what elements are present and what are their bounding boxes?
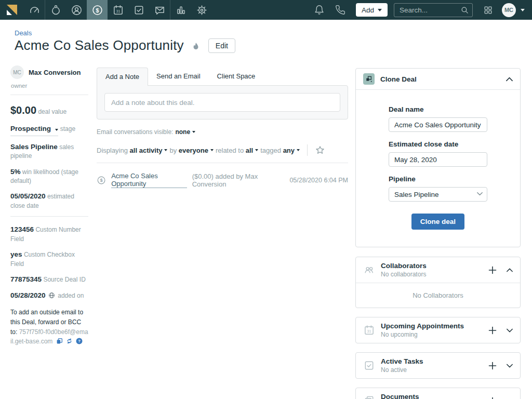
- user-avatar-initials: MC: [504, 7, 513, 13]
- activity-feed-item: $ Acme Co Sales Opportunity ($0.00) adde…: [97, 172, 348, 188]
- user-menu-caret-icon[interactable]: [521, 9, 525, 11]
- chevron-up-icon: [507, 268, 513, 272]
- email-visibility-dropdown[interactable]: none: [175, 128, 195, 136]
- sell-logo[interactable]: [0, 0, 24, 20]
- dashboard-icon: [29, 4, 41, 16]
- phone-button[interactable]: [330, 0, 351, 20]
- filter-activity-dropdown[interactable]: all activity: [130, 147, 163, 154]
- add-appointment-button[interactable]: [488, 326, 497, 335]
- deal-page: $ 31: [0, 0, 532, 399]
- nav-leads[interactable]: [45, 0, 66, 20]
- deal-dollar-icon: $: [97, 175, 106, 185]
- plus-icon: [488, 326, 497, 335]
- tab-send-an-email[interactable]: Send an Email: [148, 68, 209, 85]
- deal-name-field[interactable]: [389, 117, 487, 132]
- clone-deal-form: Deal name Estimated close date Pipeline …: [356, 90, 520, 230]
- bell-icon: [314, 5, 325, 16]
- stage-value: Prospecting: [10, 125, 51, 132]
- note-input[interactable]: [104, 93, 340, 112]
- field-win-likelihood: 5% win likelihood (stage default): [10, 167, 88, 186]
- breadcrumb-deals-link[interactable]: Deals: [15, 29, 32, 37]
- clone-deal-widget: Clone Deal Deal name Estimated close dat…: [355, 68, 521, 247]
- stage-dropdown[interactable]: Prospecting: [10, 124, 58, 136]
- appointments-expand-button[interactable]: [507, 328, 513, 332]
- apps-grid-icon: [483, 5, 493, 15]
- nav-icon-group: $ 31: [0, 0, 212, 20]
- plus-icon: [488, 362, 497, 370]
- owner-avatar[interactable]: MC: [10, 65, 24, 79]
- filter-everyone-dropdown[interactable]: everyone: [179, 147, 208, 154]
- custom-number-value: 123456: [10, 225, 34, 233]
- owner-avatar-initials: MC: [13, 70, 21, 75]
- collaborators-collapse-button[interactable]: [507, 268, 513, 272]
- edit-button[interactable]: Edit: [208, 38, 235, 53]
- deal-value: $0.00: [10, 104, 36, 116]
- close-date-field[interactable]: [389, 152, 487, 167]
- sidebar-divider: [10, 216, 88, 217]
- activity-deal-link[interactable]: Acme Co Sales Opportunity: [111, 172, 187, 188]
- filter-tagged-dropdown[interactable]: any: [283, 147, 295, 154]
- clone-deal-app-icon: [363, 73, 375, 85]
- collaborators-title: Collaborators: [381, 262, 427, 270]
- documents-widget: Documents No documents: [355, 388, 521, 399]
- tasks-header: Active Tasks No active: [356, 353, 520, 378]
- nav-tasks[interactable]: [128, 0, 149, 20]
- copy-icon[interactable]: [56, 338, 63, 344]
- clone-deal-button[interactable]: Clone deal: [411, 214, 464, 230]
- calendar-icon: 31: [112, 4, 124, 16]
- star-icon[interactable]: [315, 145, 325, 155]
- plus-icon: [488, 266, 497, 274]
- nav-calendar[interactable]: 31: [108, 0, 128, 20]
- help-icon[interactable]: ?: [76, 338, 83, 344]
- activity-filter-row: Displaying all activity by everyone rela…: [97, 144, 348, 156]
- tab-client-space[interactable]: Client Space: [209, 68, 264, 85]
- win-likelihood-label: win likelihood (stage default): [10, 168, 78, 185]
- clone-deal-header: Clone Deal: [356, 69, 520, 90]
- notifications-button[interactable]: [309, 0, 330, 20]
- user-avatar[interactable]: MC: [502, 3, 516, 17]
- caret-down-icon: [255, 149, 258, 151]
- globe-icon: [48, 292, 55, 299]
- caret-down-icon: [55, 129, 58, 131]
- filter-related-dropdown[interactable]: all: [246, 147, 253, 154]
- pipeline-select-label: Pipeline: [389, 175, 487, 183]
- note-compose-panel: [97, 85, 348, 119]
- nav-settings[interactable]: [191, 0, 212, 20]
- clone-deal-collapse-button[interactable]: [506, 77, 513, 82]
- refresh-icon[interactable]: [66, 338, 73, 344]
- appointments-header: 31 Upcoming Appointments No upcoming: [356, 317, 520, 343]
- apps-grid-button[interactable]: [480, 0, 496, 20]
- owner-name[interactable]: Max Conversion: [29, 69, 81, 76]
- tasks-widget: Active Tasks No active: [355, 352, 521, 379]
- documents-title: Documents: [381, 393, 421, 399]
- added-on-label: added on: [58, 292, 84, 299]
- add-document-button[interactable]: [488, 397, 497, 399]
- nav-dashboard[interactable]: [24, 0, 45, 20]
- add-button[interactable]: Add: [356, 3, 388, 17]
- sidebar-divider: [10, 95, 88, 95]
- appointments-title: Upcoming Appointments: [381, 322, 464, 330]
- source-deal-id-label: Source Deal ID: [43, 276, 85, 283]
- add-collaborator-button[interactable]: [488, 266, 497, 274]
- owner-row: MC Max Conversion: [10, 65, 88, 79]
- tab-add-a-note[interactable]: Add a Note: [97, 68, 148, 86]
- nav-deals[interactable]: $: [87, 0, 108, 20]
- svg-text:?: ?: [78, 339, 81, 343]
- estimated-close-value: 05/05/2020: [10, 192, 46, 200]
- owner-role-label: owner: [11, 83, 88, 89]
- tasks-subtitle: No active: [381, 366, 423, 374]
- pipeline-select-value[interactable]: [389, 187, 487, 202]
- nav-contacts[interactable]: [66, 0, 87, 20]
- clone-deal-title: Clone Deal: [380, 75, 417, 83]
- title-row: Acme Co Sales Opportunity Edit: [15, 37, 235, 54]
- top-navigation-bar: $ 31: [0, 0, 532, 20]
- field-added-on: 05/28/2020 added on: [10, 290, 88, 301]
- filter-tagged-label: tagged: [260, 147, 281, 154]
- chevron-down-icon: [507, 364, 513, 368]
- add-task-button[interactable]: [488, 362, 497, 370]
- nav-communications[interactable]: [149, 0, 170, 20]
- pipeline-select[interactable]: [389, 187, 487, 202]
- tasks-expand-button[interactable]: [507, 364, 513, 368]
- nav-reports[interactable]: [170, 0, 191, 20]
- chevron-up-icon: [506, 77, 513, 82]
